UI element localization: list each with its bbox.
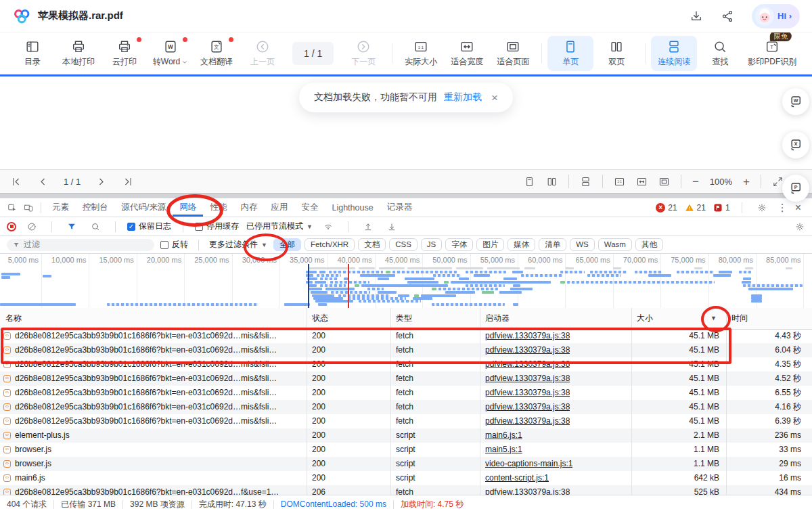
column-header-类型[interactable]: 类型: [396, 308, 412, 329]
column-header-大小[interactable]: 大小: [637, 308, 653, 329]
tab-安全[interactable]: 安全: [294, 198, 325, 217]
table-row[interactable]: ‹›element-plus.js200scriptmain6.js:12.1 …: [0, 428, 812, 443]
invert-filter-checkbox[interactable]: 反转: [160, 239, 188, 250]
device-toolbar-icon[interactable]: [24, 203, 33, 213]
previous-page-icon[interactable]: [37, 176, 49, 187]
record-network-log-button[interactable]: [7, 222, 16, 231]
filter-chip-图片[interactable]: 图片: [476, 238, 504, 251]
preserve-log-checkbox[interactable]: ✓ 保留日志: [127, 221, 171, 232]
disable-cache-checkbox[interactable]: 停用缓存: [195, 221, 239, 232]
tab-性能[interactable]: 性能: [203, 198, 233, 217]
table-row[interactable]: ‹›browser.js200scriptvideo-captions-main…: [0, 457, 812, 471]
toolbar-item-double[interactable]: 双页: [593, 36, 639, 71]
table-row[interactable]: ‹›main6.js200scriptcontent-script.js:164…: [0, 471, 812, 485]
toolbar-item-toc[interactable]: 目录: [9, 36, 55, 71]
more-options-icon[interactable]: ⋮: [777, 202, 788, 213]
filter-chip-文档[interactable]: 文档: [358, 238, 386, 251]
toolbar-item-extract[interactable]: OCR提取文: [801, 36, 812, 71]
column-header-状态[interactable]: 状态: [312, 308, 328, 329]
filter-chip-清单[interactable]: 清单: [539, 238, 566, 251]
filter-chip-全部[interactable]: 全部: [273, 238, 301, 251]
request-initiator[interactable]: pdfview.1330379a.js:38: [485, 414, 570, 428]
filter-toggle-icon[interactable]: [67, 222, 76, 231]
toolbar-item-printer[interactable]: 本地打印: [55, 36, 102, 71]
toolbar-item-cloud-print[interactable]: 云打印: [102, 36, 148, 71]
two-page-icon[interactable]: [546, 176, 558, 187]
tab-Lighthouse[interactable]: Lighthouse: [325, 198, 380, 217]
tab-记录器[interactable]: 记录器: [380, 198, 420, 217]
table-row[interactable]: ‹›d26b8e0812e95ca3bb93b9b01c1686f6?bkt=e…: [0, 329, 812, 343]
convert-to-w-button[interactable]: W: [782, 88, 809, 115]
account-button[interactable]: Hi ›: [752, 4, 800, 28]
close-devtools-icon[interactable]: ×: [795, 202, 801, 213]
first-page-icon[interactable]: [11, 176, 22, 187]
request-initiator[interactable]: content-script.js:1: [485, 471, 549, 485]
column-header-启动器[interactable]: 启动器: [485, 308, 510, 329]
toolbar-item-word[interactable]: W转Word: [148, 36, 194, 71]
toolbar-item-actual[interactable]: 1:1实际大小: [398, 36, 444, 71]
tab-应用[interactable]: 应用: [264, 198, 294, 217]
network-overview[interactable]: 5,000 ms10,000 ms15,000 ms20,000 ms25,00…: [0, 254, 812, 309]
reload-link[interactable]: 重新加载: [444, 91, 482, 104]
toolbar-item-continuous[interactable]: 连续阅读: [651, 36, 697, 71]
filter-chip-其他[interactable]: 其他: [635, 238, 663, 251]
table-row[interactable]: ‹›d26b8e0812e95ca3bb93b9b01c1686f6?bkt=e…: [0, 372, 812, 386]
tab-控制台[interactable]: 控制台: [76, 198, 115, 217]
tab-网络[interactable]: 网络: [173, 198, 203, 217]
size-sort-caret-icon[interactable]: ▼: [710, 308, 717, 329]
toolbar-item-prev[interactable]: 上一页: [240, 36, 286, 71]
filter-chip-JS[interactable]: JS: [421, 238, 442, 251]
table-row[interactable]: ‹›d26b8e0812e95ca3bb93b9b01c1686f6?bkt=e…: [0, 357, 812, 372]
table-row[interactable]: ‹›d26b8e0812e95ca3bb93b9b01c1686f6?bkt=e…: [0, 343, 812, 357]
download-icon[interactable]: [690, 9, 703, 23]
request-initiator[interactable]: pdfview.1330379a.js:38: [485, 357, 570, 372]
request-initiator[interactable]: pdfview.1330379a.js:38: [485, 372, 570, 386]
settings-gear-icon[interactable]: [757, 203, 767, 213]
network-settings-gear-icon[interactable]: [795, 222, 805, 231]
toolbar-item-fit-width[interactable]: 适合宽度: [444, 36, 490, 71]
actual-size-icon[interactable]: 1:1: [614, 176, 625, 187]
import-har-icon[interactable]: [363, 222, 373, 231]
issues-badge[interactable]: 1: [713, 203, 730, 213]
export-har-icon[interactable]: [387, 222, 397, 231]
request-initiator[interactable]: pdfview.1330379a.js:38: [485, 485, 570, 495]
share-icon[interactable]: [721, 9, 734, 23]
request-initiator[interactable]: main6.js:1: [485, 428, 522, 443]
request-initiator[interactable]: pdfview.1330379a.js:38: [485, 400, 570, 414]
toolbar-item-find[interactable]: 查找: [697, 36, 743, 71]
filter-chip-CSS[interactable]: CSS: [389, 238, 418, 251]
column-header-名称[interactable]: 名称: [5, 308, 22, 329]
tab-内存[interactable]: 内存: [233, 198, 264, 217]
more-filters-dropdown[interactable]: 更多过滤条件 ▼: [209, 239, 267, 250]
continuous-scroll-icon[interactable]: [580, 176, 591, 187]
fit-width-icon[interactable]: [636, 176, 648, 187]
toast-close-icon[interactable]: ×: [491, 92, 498, 104]
toolbar-item-fit-page[interactable]: 适合页面: [490, 36, 536, 71]
column-header-时间[interactable]: 时间: [731, 308, 748, 329]
table-row[interactable]: ‹›d26b8e0812e95ca3bb93b9b01c1686f6?bkt=e…: [0, 386, 812, 400]
toolbar-item-next[interactable]: 下一页: [340, 36, 386, 71]
toolbar-item-translate[interactable]: 文文档翻译: [194, 36, 240, 71]
filter-chip-媒体[interactable]: 媒体: [508, 238, 535, 251]
network-conditions-icon[interactable]: [323, 222, 333, 231]
request-initiator[interactable]: video-captions-main.js:1: [485, 457, 572, 471]
zoom-out-button[interactable]: −: [692, 176, 699, 187]
fit-page-icon[interactable]: [658, 176, 670, 187]
request-initiator[interactable]: main5.js:1: [485, 443, 522, 457]
filter-input[interactable]: 过滤: [7, 239, 154, 251]
filter-chip-WS[interactable]: WS: [570, 238, 595, 251]
zoom-in-button[interactable]: +: [743, 176, 750, 187]
toolbar-item-single[interactable]: 单页: [547, 36, 593, 71]
convert-to-x-button[interactable]: X: [782, 131, 809, 158]
request-initiator[interactable]: pdfview.1330379a.js:38: [485, 386, 570, 400]
request-initiator[interactable]: pdfview.1330379a.js:38: [485, 329, 570, 343]
tab-源代码/来源[interactable]: 源代码/来源: [115, 198, 173, 217]
inspect-icon[interactable]: [7, 203, 17, 213]
toolbar-item-ocr-pdf[interactable]: T影印PDF识别限免: [743, 36, 801, 71]
search-network-icon[interactable]: [91, 222, 100, 231]
table-row[interactable]: ‹›d26b8e0812e95ca3bb93b9b01c1686f6?bkt=e…: [0, 485, 812, 495]
table-row[interactable]: ‹›browser.js200scriptmain5.js:11.1 MB33 …: [0, 443, 812, 457]
filter-chip-Fetch/XHR[interactable]: Fetch/XHR: [304, 238, 355, 251]
table-row[interactable]: ‹›d26b8e0812e95ca3bb93b9b01c1686f6?bkt=e…: [0, 414, 812, 428]
console-warnings-badge[interactable]: 21: [685, 203, 706, 213]
